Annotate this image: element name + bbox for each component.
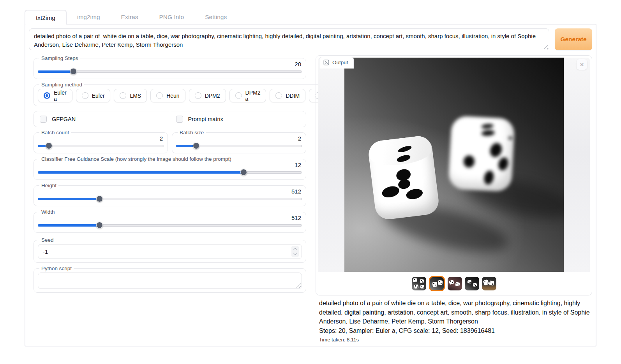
- prompt-row: detailed photo of a pair of white die on…: [29, 28, 592, 50]
- radio-icon: [82, 92, 88, 99]
- output-image[interactable]: [344, 58, 564, 272]
- python-script-input[interactable]: [38, 273, 302, 289]
- thumbnail-3[interactable]: [448, 277, 462, 290]
- sampling-method-group: Sampling method Euler a Euler LMS: [34, 82, 350, 106]
- height-slider[interactable]: [38, 195, 302, 202]
- options-row: GFPGAN Prompt matrix: [34, 111, 306, 127]
- die-left: [367, 135, 440, 221]
- sampling-steps-slider[interactable]: [38, 68, 302, 75]
- generate-button[interactable]: Generate: [555, 28, 592, 50]
- slider-handle[interactable]: [193, 142, 199, 149]
- seed-label: Seed: [39, 237, 56, 243]
- batch-size-slider[interactable]: [176, 142, 302, 149]
- thumbnail-4[interactable]: [465, 277, 479, 290]
- prompt-matrix-label: Prompt matrix: [188, 116, 223, 122]
- radio-icon: [275, 92, 282, 99]
- radio-checked-icon: [44, 92, 50, 99]
- output-tab-label: Output: [332, 60, 348, 65]
- tab-txt2img[interactable]: txt2img: [25, 10, 67, 25]
- resize-handle-icon[interactable]: [296, 283, 301, 288]
- batch-count-slider[interactable]: [38, 142, 164, 149]
- sampler-ddim[interactable]: DDIM: [270, 89, 305, 102]
- radio-label: DPM2: [205, 93, 220, 99]
- slider-fill: [38, 224, 100, 227]
- sampler-euler[interactable]: Euler: [76, 89, 111, 102]
- tab-png-info[interactable]: PNG Info: [148, 10, 194, 25]
- sampler-euler-a[interactable]: Euler a: [38, 89, 72, 102]
- sampling-steps-group: Sampling Steps 20: [34, 55, 306, 79]
- height-group: Height 512: [34, 183, 306, 206]
- slider-handle[interactable]: [96, 222, 103, 229]
- width-group: Width 512: [34, 209, 306, 233]
- caption-time-taken: Time taken: 8.11s: [319, 337, 592, 343]
- height-label: Height: [39, 183, 58, 188]
- sampler-dpm2-a[interactable]: DPM2 a: [229, 89, 266, 102]
- radio-label: DPM2 a: [245, 90, 261, 102]
- slider-handle[interactable]: [240, 169, 247, 176]
- die-right: [448, 116, 515, 192]
- prompt-matrix-checkbox[interactable]: Prompt matrix: [170, 111, 306, 127]
- radio-label: Euler a: [54, 90, 67, 102]
- cfg-scale-group: Classifier Free Guidance Scale (how stro…: [34, 156, 306, 180]
- batch-size-label: Batch size: [178, 130, 206, 135]
- image-icon: [323, 60, 329, 65]
- width-slider[interactable]: [38, 222, 302, 229]
- output-tab[interactable]: Output: [319, 57, 354, 69]
- thumbnail-1[interactable]: [412, 277, 426, 290]
- sampling-method-options: Euler a Euler LMS Heun: [38, 88, 346, 102]
- cfg-scale-value: 12: [38, 162, 302, 168]
- radio-icon: [156, 92, 163, 99]
- width-label: Width: [39, 209, 57, 215]
- prompt-input[interactable]: detailed photo of a pair of white die on…: [29, 28, 549, 50]
- radio-icon: [195, 92, 201, 99]
- radio-label: Heun: [166, 93, 179, 99]
- batch-size-value: 2: [176, 135, 302, 142]
- radio-label: LMS: [130, 93, 141, 99]
- height-value: 512: [38, 188, 302, 195]
- sampling-steps-value: 20: [38, 61, 302, 67]
- seed-input[interactable]: -1: [38, 244, 302, 259]
- thumbnail-2-selected[interactable]: [429, 276, 445, 291]
- python-script-label: Python script: [39, 266, 74, 271]
- caption-prompt: detailed photo of a pair of white die on…: [319, 299, 592, 326]
- sampler-heun[interactable]: Heun: [150, 89, 185, 102]
- prompt-text: detailed photo of a pair of white die on…: [34, 32, 544, 49]
- chevron-down-icon[interactable]: [293, 251, 297, 255]
- radio-label: DDIM: [286, 93, 300, 99]
- seed-value: -1: [43, 248, 48, 255]
- generation-info: detailed photo of a pair of white die on…: [316, 299, 592, 343]
- cfg-scale-label: Classifier Free Guidance Scale (how stro…: [39, 156, 233, 162]
- output-column: Output ✕: [316, 55, 592, 343]
- cfg-scale-slider[interactable]: [38, 169, 302, 176]
- batch-count-label: Batch count: [39, 130, 71, 135]
- sampling-method-label: Sampling method: [39, 82, 84, 88]
- batch-size-group: Batch size 2: [172, 130, 306, 153]
- image-viewer: [318, 58, 590, 272]
- width-value: 512: [38, 215, 302, 221]
- slider-handle[interactable]: [70, 68, 77, 75]
- gfpgan-checkbox[interactable]: GFPGAN: [34, 111, 170, 127]
- radio-icon: [235, 92, 242, 99]
- thumbnail-strip: [318, 272, 590, 295]
- slider-handle[interactable]: [96, 195, 103, 202]
- slider-fill: [38, 171, 244, 174]
- slider-handle[interactable]: [46, 142, 52, 149]
- radio-label: Euler: [92, 93, 105, 99]
- close-button[interactable]: ✕: [577, 59, 587, 70]
- tab-extras[interactable]: Extras: [111, 10, 149, 25]
- checkbox-icon[interactable]: [40, 116, 47, 123]
- output-panel: Output ✕: [316, 55, 592, 295]
- tab-img2img[interactable]: img2img: [67, 10, 111, 25]
- number-spinner[interactable]: [291, 246, 299, 257]
- sampler-lms[interactable]: LMS: [114, 89, 147, 102]
- gfpgan-label: GFPGAN: [52, 116, 76, 122]
- tab-bar: txt2img img2img Extras PNG Info Settings: [25, 10, 237, 25]
- slider-fill: [38, 70, 74, 73]
- sampler-dpm2[interactable]: DPM2: [189, 89, 226, 102]
- thumbnail-5[interactable]: [482, 277, 496, 290]
- tab-settings[interactable]: Settings: [194, 10, 237, 25]
- caption-params: Steps: 20, Sampler: Euler a, CFG scale: …: [319, 326, 592, 336]
- batch-count-value: 2: [38, 135, 164, 142]
- radio-icon: [120, 92, 126, 99]
- checkbox-icon[interactable]: [176, 116, 183, 123]
